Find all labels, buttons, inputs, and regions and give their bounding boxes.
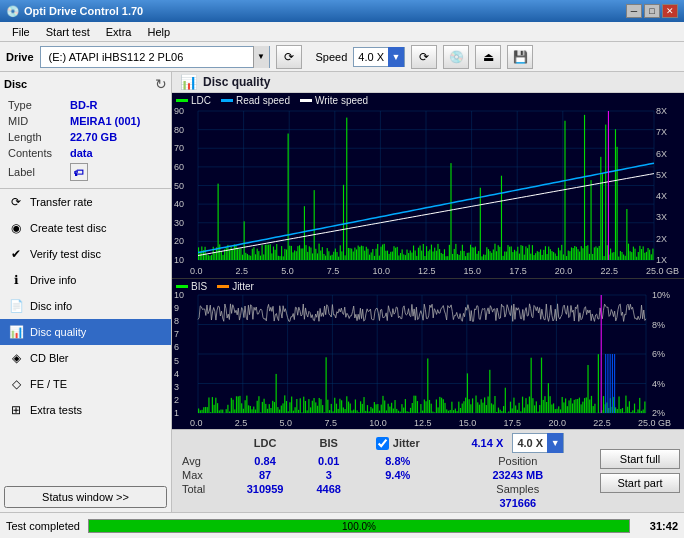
- fe-te-icon: ◇: [8, 376, 24, 392]
- disc-panel-label: Disc: [4, 78, 27, 90]
- menu-file[interactable]: File: [4, 24, 38, 40]
- max-label: Max: [176, 468, 229, 482]
- sidebar-item-drive-info[interactable]: ℹ Drive info: [0, 267, 171, 293]
- col-ldc-header: LDC: [229, 432, 302, 454]
- create-test-disc-icon: ◉: [8, 220, 24, 236]
- disc-mid-row: MID MEIRA1 (001): [6, 114, 165, 128]
- total-ldc: 310959: [229, 482, 302, 496]
- sidebar-item-disc-info[interactable]: 📄 Disc info: [0, 293, 171, 319]
- stats-avg-row: Avg 0.84 0.01 8.8% Position: [176, 454, 596, 468]
- disc-info-table: Type BD-R MID MEIRA1 (001) Length 22.70 …: [4, 96, 167, 184]
- legend-bis: BIS: [176, 281, 207, 292]
- sidebar-item-transfer-rate[interactable]: ⟳ Transfer rate: [0, 189, 171, 215]
- stats-header-row: LDC BIS Jitter 4.14 X: [172, 430, 684, 512]
- status-label: Test completed: [6, 520, 80, 532]
- charts-area: LDC Read speed Write speed: [172, 93, 684, 429]
- max-ldc: 87: [229, 468, 302, 482]
- upper-legend: LDC Read speed Write speed: [176, 95, 368, 106]
- disc-length-label: Length: [6, 130, 66, 144]
- extra-tests-icon: ⊞: [8, 402, 24, 418]
- minimize-button[interactable]: ─: [626, 4, 642, 18]
- position-label: Position: [440, 454, 596, 468]
- col-speed-header: 4.14 X 4.0 X ▼: [440, 432, 596, 454]
- eject-button[interactable]: ⏏: [475, 45, 501, 69]
- verify-test-disc-icon: ✔: [8, 246, 24, 262]
- start-buttons: Start full Start part: [600, 432, 680, 510]
- avg-jitter: 8.8%: [356, 454, 440, 468]
- cd-bler-icon: ◈: [8, 350, 24, 366]
- sidebar-item-cd-bler[interactable]: ◈ CD Bler: [0, 345, 171, 371]
- status-window-area: Status window >>: [0, 482, 171, 512]
- sidebar-item-extra-tests[interactable]: ⊞ Extra tests: [0, 397, 171, 423]
- start-full-button[interactable]: Start full: [600, 449, 680, 469]
- legend-bis-color: [176, 285, 188, 288]
- disc-panel: Disc ↻ Type BD-R MID MEIRA1 (001) Length…: [0, 72, 171, 189]
- upper-chart: [172, 93, 684, 278]
- sidebar-item-fe-te[interactable]: ◇ FE / TE: [0, 371, 171, 397]
- disc-contents-value: data: [68, 146, 165, 160]
- samples-area: Samples: [440, 482, 596, 496]
- legend-jitter: Jitter: [217, 281, 254, 292]
- drive-dropdown-arrow[interactable]: ▼: [253, 46, 269, 68]
- disc-label-value: 🏷: [68, 162, 165, 182]
- start-part-button[interactable]: Start part: [600, 473, 680, 493]
- progress-text: 100.0%: [342, 520, 376, 531]
- speed-dropdown-arrow[interactable]: ▼: [388, 47, 404, 67]
- max-bis: 3: [301, 468, 356, 482]
- avg-bis: 0.01: [301, 454, 356, 468]
- disc-mid-label: MID: [6, 114, 66, 128]
- status-window-button[interactable]: Status window >>: [4, 486, 167, 508]
- menu-help[interactable]: Help: [139, 24, 178, 40]
- disc-length-value: 22.70 GB: [68, 130, 165, 144]
- menu-extra[interactable]: Extra: [98, 24, 140, 40]
- stats-table-area: LDC BIS Jitter 4.14 X: [176, 432, 596, 510]
- drive-refresh-button[interactable]: ⟳: [276, 45, 302, 69]
- sidebar-item-create-test-disc[interactable]: ◉ Create test disc: [0, 215, 171, 241]
- sidebar-item-verify-test-disc[interactable]: ✔ Verify test disc: [0, 241, 171, 267]
- disc-contents-row: Contents data: [6, 146, 165, 160]
- disc-type-label: Type: [6, 98, 66, 112]
- maximize-button[interactable]: □: [644, 4, 660, 18]
- titlebar-controls: ─ □ ✕: [626, 4, 678, 18]
- jitter-checkbox[interactable]: [376, 437, 389, 450]
- app-icon: 💿: [6, 5, 20, 18]
- stats-max-row: Max 87 3 9.4% 23243 MB: [176, 468, 596, 482]
- transfer-rate-icon: ⟳: [8, 194, 24, 210]
- speed-val-display: 4.14 X: [471, 437, 503, 449]
- col-empty: [176, 432, 229, 454]
- disc-type-row: Type BD-R: [6, 98, 165, 112]
- samples-val: 371666: [440, 496, 596, 510]
- disc-length-row: Length 22.70 GB: [6, 130, 165, 144]
- chart-speed-selector[interactable]: 4.0 X ▼: [512, 433, 564, 453]
- lower-legend: BIS Jitter: [176, 281, 254, 292]
- disc-label-row: Label 🏷: [6, 162, 165, 182]
- titlebar-title: 💿 Opti Drive Control 1.70: [6, 5, 143, 18]
- drive-selector[interactable]: (E:) ATAPI iHBS112 2 PL06 ▼: [40, 46, 270, 68]
- nav-items: ⟳ Transfer rate ◉ Create test disc ✔ Ver…: [0, 189, 171, 482]
- lower-chart-container: BIS Jitter: [172, 279, 684, 429]
- speed-selector[interactable]: 4.0 X ▼: [353, 47, 405, 67]
- disc-label-label: Label: [6, 162, 66, 182]
- disc-quality-header-icon: 📊: [180, 74, 197, 90]
- content-wrapper: 📊 Disc quality LDC Read speed: [172, 72, 684, 512]
- disc-mid-value: MEIRA1 (001): [68, 114, 165, 128]
- save-button[interactable]: 💾: [507, 45, 533, 69]
- disc-icon-button[interactable]: 💿: [443, 45, 469, 69]
- chart-speed-dropdown[interactable]: ▼: [547, 433, 563, 453]
- menu-start-test[interactable]: Start test: [38, 24, 98, 40]
- disc-label-button[interactable]: 🏷: [70, 163, 88, 181]
- sidebar: Disc ↻ Type BD-R MID MEIRA1 (001) Length…: [0, 72, 172, 512]
- total-jitter: [356, 482, 440, 496]
- disc-refresh-icon[interactable]: ↻: [155, 76, 167, 92]
- menubar: File Start test Extra Help: [0, 22, 684, 42]
- speed-apply-button[interactable]: ⟳: [411, 45, 437, 69]
- total-label: Total: [176, 482, 229, 496]
- drive-info-icon: ℹ: [8, 272, 24, 288]
- col-bis-header: BIS: [301, 432, 356, 454]
- drivebar: Drive (E:) ATAPI iHBS112 2 PL06 ▼ ⟳ Spee…: [0, 42, 684, 72]
- close-button[interactable]: ✕: [662, 4, 678, 18]
- legend-write-speed: Write speed: [300, 95, 368, 106]
- position-val: 23243 MB: [440, 468, 596, 482]
- sidebar-item-disc-quality[interactable]: 📊 Disc quality: [0, 319, 171, 345]
- avg-label: Avg: [176, 454, 229, 468]
